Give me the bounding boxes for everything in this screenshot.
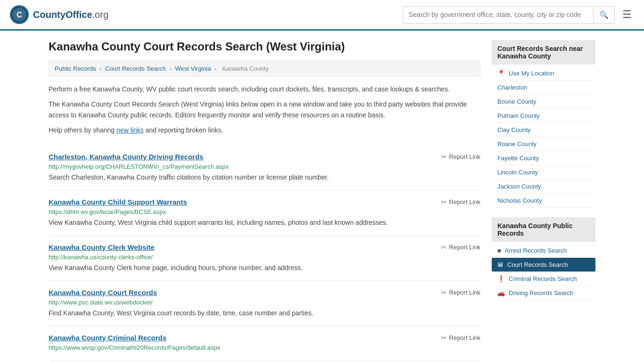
- logo-icon: C: [9, 5, 29, 25]
- sidebar-item-jackson-county[interactable]: Jackson County: [492, 180, 595, 194]
- sidebar-item-arrest-records[interactable]: ■ Arrest Records Search: [492, 244, 595, 258]
- result-item: Kanawha County Child Support Warrants ✂ …: [49, 190, 480, 236]
- search-button[interactable]: 🔍: [593, 7, 614, 23]
- report-link[interactable]: ✂ Report Link: [441, 198, 480, 206]
- breadcrumb-west-virginia[interactable]: West Virginia: [175, 65, 211, 72]
- result-desc: Find Kanawha County, West Virginia court…: [49, 308, 480, 318]
- result-title[interactable]: Charleston, Kanawha County Driving Recor…: [49, 153, 203, 161]
- report-link[interactable]: ✂ Report Link: [441, 334, 480, 342]
- result-header: Kanawha County Clerk Website ✂ Report Li…: [49, 243, 480, 252]
- report-icon: ✂: [441, 288, 447, 297]
- arrest-records-icon: ■: [497, 247, 501, 254]
- criminal-records-icon: ❗: [497, 275, 505, 282]
- breadcrumb-current: Kanawha County: [222, 65, 269, 72]
- sidebar-item-lincoln-county[interactable]: Lincoln County: [492, 165, 595, 180]
- report-icon: ✂: [441, 198, 447, 206]
- content-area: Kanawha County Court Records Search (Wes…: [49, 40, 480, 362]
- report-icon: ✂: [441, 153, 447, 161]
- result-url[interactable]: https://dhhr.wv.gov/bcse/Pages/BCSE.aspx: [49, 208, 480, 215]
- sidebar-item-boone-county[interactable]: Boone County: [492, 95, 595, 109]
- report-link[interactable]: ✂ Report Link: [441, 288, 480, 297]
- result-title[interactable]: Kanawha County Court Records: [49, 288, 157, 296]
- breadcrumb-court-records[interactable]: Court Records Search: [105, 65, 166, 72]
- sidebar-item-putnam-county[interactable]: Putnam County: [492, 109, 595, 123]
- share-line: Help others by sharing new links and rep…: [49, 125, 480, 135]
- sidebar-public-records-header: Kanawha County Public Records: [492, 217, 595, 242]
- sidebar-item-charleston[interactable]: Charleston: [492, 81, 595, 95]
- sidebar-nearby-header: Court Records Search near Kanawha County: [492, 40, 595, 65]
- result-url[interactable]: http://kanawha.us/county-clerks-office/: [49, 254, 480, 261]
- sidebar-item-clay-county[interactable]: Clay County: [492, 123, 595, 137]
- search-bar: 🔍: [403, 6, 615, 24]
- description-1: Perform a free Kanawha County, WV public…: [49, 84, 480, 94]
- sidebar-item-nicholas-county[interactable]: Nicholas County: [492, 194, 595, 208]
- result-header: Kanawha County Court Records ✂ Report Li…: [49, 288, 480, 297]
- result-url[interactable]: http://www.psc.state.wv.us/webdocket/: [49, 299, 480, 306]
- breadcrumb-public-records[interactable]: Public Records: [55, 65, 96, 72]
- logo-text: CountyOffice.org: [33, 9, 108, 20]
- main-container: Kanawha County Court Records Search (Wes…: [39, 31, 605, 362]
- result-header: Kanawha County Criminal Records ✂ Report…: [49, 334, 480, 342]
- sidebar-public-records-section: Kanawha County Public Records ■ Arrest R…: [492, 217, 595, 300]
- report-icon: ✂: [441, 243, 447, 252]
- description-2: The Kanawha County Court Records Search …: [49, 99, 480, 120]
- result-desc: View Kanawha County Clerk home page, inc…: [49, 263, 480, 273]
- search-input[interactable]: [403, 7, 593, 22]
- menu-icon[interactable]: ☰: [619, 6, 635, 24]
- result-title[interactable]: Kanawha County Clerk Website: [49, 243, 155, 251]
- result-desc: Search Charleston, Kanawha County traffi…: [49, 173, 480, 182]
- header-right: 🔍 ☰: [403, 6, 635, 24]
- result-item: Kanawha County Clerk Website ✂ Report Li…: [49, 236, 480, 281]
- result-title[interactable]: Kanawha County Child Support Warrants: [49, 198, 187, 206]
- sidebar-item-use-location[interactable]: 📍 Use My Location: [492, 66, 595, 81]
- svg-text:C: C: [17, 11, 22, 19]
- driving-records-icon: 🚗: [497, 289, 505, 296]
- court-records-icon: 🏛: [497, 261, 504, 268]
- sidebar-item-driving-records[interactable]: 🚗 Driving Records Search: [492, 286, 595, 300]
- use-my-location-link[interactable]: Use My Location: [509, 70, 554, 77]
- result-url[interactable]: http://mygovhelp.org/CHARLESTONWV/_cs/Pa…: [49, 163, 480, 170]
- sidebar-item-court-records[interactable]: 🏛 Court Records Search: [492, 258, 595, 272]
- result-title[interactable]: Kanawha County Criminal Records: [49, 334, 166, 342]
- report-link[interactable]: ✂ Report Link: [441, 243, 480, 252]
- result-header: Charleston, Kanawha County Driving Recor…: [49, 153, 480, 161]
- result-desc: View Kanawha County, West Virginia child…: [49, 218, 480, 228]
- location-icon: 📍: [497, 70, 505, 77]
- page-title: Kanawha County Court Records Search (Wes…: [49, 40, 480, 53]
- sidebar-item-roane-county[interactable]: Roane County: [492, 137, 595, 151]
- result-item: Kanawha County Court Records ✂ Report Li…: [49, 281, 480, 326]
- new-links[interactable]: new links: [116, 126, 144, 134]
- result-header: Kanawha County Child Support Warrants ✂ …: [49, 198, 480, 206]
- result-item: Kanawha County Criminal Records ✂ Report…: [49, 326, 480, 362]
- sidebar-item-fayette-county[interactable]: Fayette County: [492, 151, 595, 165]
- sidebar-item-criminal-records[interactable]: ❗ Criminal Records Search: [492, 272, 595, 286]
- breadcrumb: Public Records › Court Records Search › …: [49, 61, 480, 76]
- report-link[interactable]: ✂ Report Link: [441, 153, 480, 161]
- logo-area: C CountyOffice.org: [9, 5, 108, 25]
- report-icon: ✂: [441, 334, 447, 342]
- result-url[interactable]: https://www.wvsp.gov/Criminal%20Records/…: [49, 344, 480, 351]
- sidebar-nearby-section: Court Records Search near Kanawha County…: [492, 40, 595, 208]
- result-item: Charleston, Kanawha County Driving Recor…: [49, 145, 480, 190]
- header: C CountyOffice.org 🔍 ☰: [0, 0, 644, 31]
- sidebar: Court Records Search near Kanawha County…: [492, 40, 595, 362]
